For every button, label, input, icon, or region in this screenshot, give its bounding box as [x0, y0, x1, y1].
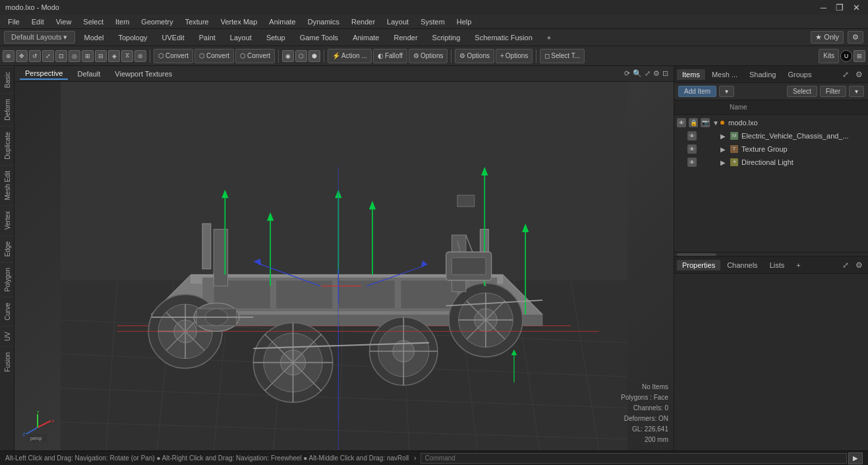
- vp-maximize-icon[interactable]: ⊡: [662, 69, 668, 78]
- convert-button-1[interactable]: ⬡ Convert: [154, 49, 193, 63]
- tool-icon-9[interactable]: ◈: [108, 50, 120, 62]
- expand-arrow-light[interactable]: ▶: [720, 159, 727, 166]
- sidebar-tab-edge[interactable]: Edge: [0, 235, 14, 262]
- unreal-icon[interactable]: U: [840, 50, 852, 62]
- tree-item-light[interactable]: 👁 ▶ ☀ Directional Light: [674, 156, 868, 169]
- tab-topology[interactable]: Topology: [111, 32, 154, 43]
- sidebar-tab-vertex[interactable]: Vertex: [0, 205, 14, 235]
- menu-dynamics[interactable]: Dynamics: [303, 16, 345, 27]
- tree-item-chassis[interactable]: 👁 ▶ M Electric_Vehicle_Chassis_and_...: [674, 129, 868, 142]
- tool-icon-6[interactable]: ◎: [69, 50, 80, 62]
- kits-button[interactable]: Kits: [819, 49, 839, 63]
- lock-icon-root[interactable]: 🔒: [689, 118, 698, 127]
- tool-icon-7[interactable]: ⊞: [82, 50, 94, 62]
- sidebar-tab-polygon[interactable]: Polygon: [0, 262, 14, 297]
- tab-add[interactable]: +: [540, 32, 558, 43]
- action-button[interactable]: ⚡ Action ...: [328, 49, 372, 63]
- vp-tab-perspective[interactable]: Perspective: [20, 68, 68, 80]
- tab-uvedit[interactable]: UVEdit: [156, 32, 191, 43]
- mode-icon-2[interactable]: ⬡: [295, 50, 307, 62]
- tab-layout[interactable]: Layout: [223, 32, 258, 43]
- panel-settings-icon[interactable]: ⚙: [853, 69, 865, 80]
- tool-icon-4[interactable]: ⤢: [42, 50, 54, 62]
- tab-scripting[interactable]: Scripting: [426, 32, 467, 43]
- props-tab-lists[interactable]: Lists: [765, 260, 790, 270]
- options-button-2[interactable]: ⚙ Options: [455, 49, 494, 63]
- mode-icon-1[interactable]: ◉: [282, 50, 294, 62]
- tool-icon-2[interactable]: ✥: [16, 50, 28, 62]
- tool-icon-8[interactable]: ⊟: [95, 50, 107, 62]
- menu-view[interactable]: View: [51, 16, 77, 27]
- viewport-canvas[interactable]: No Items Polygons : Face Channels: 0 Def…: [14, 82, 674, 450]
- menu-layout[interactable]: Layout: [382, 16, 414, 27]
- select-button[interactable]: ◻ Select T...: [540, 49, 585, 63]
- tool-icon-5[interactable]: ⊡: [55, 50, 67, 62]
- props-tab-properties[interactable]: Properties: [677, 260, 720, 270]
- minimize-button[interactable]: ─: [818, 3, 829, 13]
- tree-item-texture[interactable]: 👁 ▶ T Texture Group: [674, 142, 868, 156]
- tab-setup[interactable]: Setup: [260, 32, 292, 43]
- expand-arrow-chassis[interactable]: ▶: [720, 133, 727, 140]
- close-button[interactable]: ✕: [850, 3, 863, 13]
- add-item-dropdown[interactable]: ▾: [719, 86, 734, 97]
- menu-help[interactable]: Help: [451, 16, 477, 27]
- vp-tab-default[interactable]: Default: [72, 69, 105, 79]
- menu-file[interactable]: File: [3, 16, 25, 27]
- right-tab-mesh[interactable]: Mesh ...: [707, 69, 743, 80]
- tool-icon-10[interactable]: ⧖: [121, 50, 133, 62]
- tab-paint[interactable]: Paint: [192, 32, 222, 43]
- add-item-button[interactable]: Add Item: [678, 86, 716, 97]
- sidebar-tab-fusion[interactable]: Fusion: [0, 346, 14, 377]
- sidebar-tab-mesh-edit[interactable]: Mesh Edit: [0, 165, 14, 205]
- menu-system[interactable]: System: [415, 16, 450, 27]
- props-tab-channels[interactable]: Channels: [722, 260, 763, 270]
- sidebar-tab-uv[interactable]: UV: [0, 326, 14, 346]
- render-icon-root[interactable]: 📷: [701, 118, 710, 127]
- right-tab-items[interactable]: Items: [677, 69, 705, 80]
- tab-animate[interactable]: Animate: [346, 32, 386, 43]
- tool-icon-3[interactable]: ↺: [29, 50, 41, 62]
- default-layouts-dropdown[interactable]: Default Layouts ▾: [4, 31, 75, 44]
- filter-dropdown[interactable]: ▾: [849, 86, 864, 97]
- expand-panel-icon[interactable]: ⤢: [840, 69, 852, 80]
- right-tab-shading[interactable]: Shading: [744, 69, 781, 80]
- vp-tab-viewport-textures[interactable]: Viewport Textures: [109, 69, 177, 79]
- tab-game-tools[interactable]: Game Tools: [293, 32, 345, 43]
- command-input[interactable]: [420, 453, 847, 464]
- tab-model[interactable]: Model: [78, 32, 111, 43]
- starred-only-button[interactable]: ★ Only: [811, 31, 844, 44]
- command-run-button[interactable]: ▶: [848, 452, 863, 464]
- viewport[interactable]: Perspective Default Viewport Textures ⟳ …: [14, 66, 674, 450]
- tree-item-root[interactable]: 👁 🔒 📷 ▼ modo.lxo: [674, 116, 868, 129]
- vp-fit-icon[interactable]: ⤢: [645, 69, 651, 78]
- visibility-icon-chassis[interactable]: 👁: [687, 131, 697, 140]
- expand-arrow-texture[interactable]: ▶: [720, 146, 727, 153]
- visibility-icon-root[interactable]: 👁: [677, 118, 686, 127]
- options-button-3[interactable]: + Options: [496, 49, 533, 63]
- sidebar-tab-basic[interactable]: Basic: [0, 66, 14, 93]
- props-tab-add[interactable]: +: [791, 260, 805, 270]
- right-tab-groups[interactable]: Groups: [782, 69, 817, 80]
- maximize-button[interactable]: ❐: [833, 3, 846, 13]
- tool-icon-11[interactable]: ⊜: [134, 50, 146, 62]
- menu-geometry[interactable]: Geometry: [136, 16, 178, 27]
- menu-texture[interactable]: Texture: [180, 16, 214, 27]
- vp-rotate-icon[interactable]: ⟳: [624, 69, 630, 78]
- convert-button-2[interactable]: ⬡ Convert: [194, 49, 234, 63]
- menu-select[interactable]: Select: [78, 16, 109, 27]
- expand-arrow-root[interactable]: ▼: [712, 119, 719, 127]
- falloff-button[interactable]: ◐ Falloff: [373, 49, 407, 63]
- visibility-icon-light[interactable]: 👁: [687, 158, 697, 167]
- props-settings-icon[interactable]: ⚙: [853, 259, 865, 271]
- tab-schematic-fusion[interactable]: Schematic Fusion: [468, 32, 538, 43]
- menu-vertex-map[interactable]: Vertex Map: [216, 16, 263, 27]
- options-button-1[interactable]: ⚙ Options: [409, 49, 448, 63]
- visibility-icon-texture[interactable]: 👁: [687, 144, 697, 154]
- settings-button[interactable]: ⚙: [848, 31, 863, 44]
- props-expand-icon[interactable]: ⤢: [840, 259, 852, 271]
- select-button[interactable]: Select: [787, 86, 817, 97]
- sidebar-tab-deform[interactable]: Deform: [0, 93, 14, 126]
- mode-icon-3[interactable]: ⬢: [308, 50, 320, 62]
- grid-icon[interactable]: ⊞: [854, 50, 865, 62]
- items-tree[interactable]: 👁 🔒 📷 ▼ modo.lxo 👁 ▶ M Electric_Vehicle_…: [674, 115, 868, 252]
